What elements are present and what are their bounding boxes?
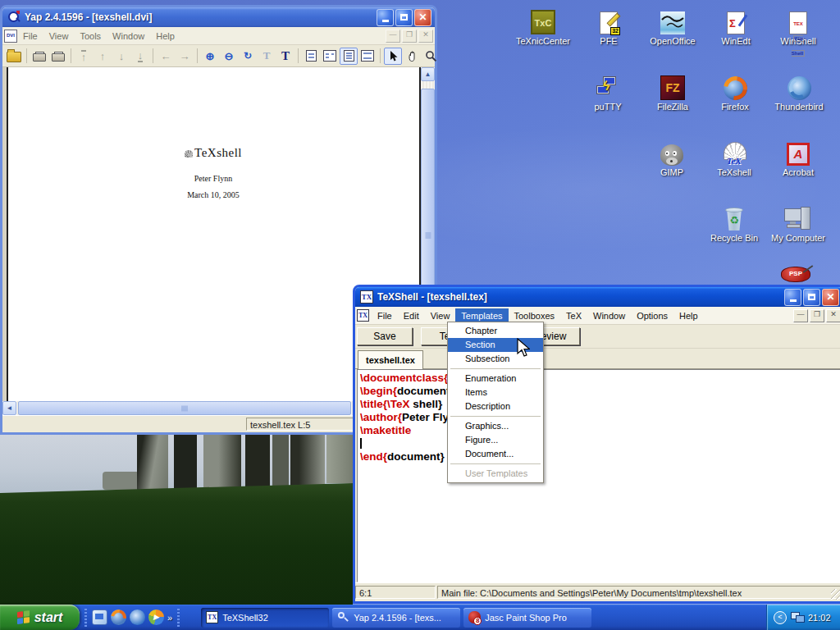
desktop-icon-firefox[interactable]: Firefox [702, 72, 768, 112]
forward-icon[interactable]: → [176, 48, 194, 65]
texshell-maximize-button[interactable] [803, 289, 820, 306]
texshell-icon: TeX [701, 138, 767, 166]
firefox-icon[interactable] [111, 609, 126, 625]
yap-minimize-button[interactable] [377, 9, 394, 26]
texshell-menu-edit[interactable]: Edit [398, 308, 425, 323]
page-up-icon[interactable]: ↑ [94, 48, 112, 65]
menu-item-enumeration[interactable]: Enumeration [448, 372, 543, 386]
page-first-icon[interactable]: ↑ [75, 48, 93, 65]
desktop-icon-thunderbird[interactable]: Thunderbird [766, 72, 832, 112]
yap-menu-window[interactable]: Window [107, 29, 150, 43]
yap-app-icon [7, 11, 21, 24]
back-icon[interactable]: ← [157, 48, 175, 65]
yap-menu-tools[interactable]: Tools [74, 29, 107, 43]
desktop-icon-recyclebin[interactable]: ♻Recycle Bin [701, 203, 767, 243]
print-copy-icon[interactable] [49, 48, 67, 65]
hand-icon[interactable] [403, 48, 421, 65]
yap-toolbar: ↑↑↓↓←→⊕⊖↻TT [2, 45, 435, 67]
pointer-icon[interactable] [384, 48, 402, 65]
page-down-icon[interactable]: ↓ [112, 48, 130, 65]
refresh-icon[interactable]: ↻ [239, 48, 257, 65]
menu-item-graphics[interactable]: Graphics... [448, 419, 543, 433]
yap-menu-file[interactable]: File [17, 29, 43, 43]
view-single-icon[interactable] [302, 48, 320, 65]
magnifier-icon[interactable] [422, 48, 440, 65]
text-outline-icon[interactable]: T [258, 48, 276, 65]
texshell-close-button[interactable]: ✕ [822, 289, 839, 306]
text-bold-icon[interactable]: T [276, 48, 294, 65]
yap-mdi-close-button[interactable]: ✕ [418, 30, 433, 43]
start-button[interactable]: start [0, 605, 80, 630]
texshell-menu-options[interactable]: Options [631, 308, 673, 323]
latex-code-editor[interactable]: \documentclass{a\begin{document}\title{\… [357, 369, 840, 582]
desktop-icon-pfe[interactable]: 32PFE [576, 7, 641, 46]
menu-separator [450, 368, 541, 369]
tray-collapse-chevron[interactable]: < [774, 611, 787, 624]
media-player-icon[interactable]: ▶ [148, 609, 164, 625]
zoom-out-icon[interactable]: ⊖ [220, 48, 238, 65]
texshell-menu-file[interactable]: File [372, 308, 398, 323]
desktop-icon-acrobat[interactable]: AAcrobat [765, 138, 831, 177]
resize-grip[interactable] [831, 589, 840, 600]
yap-close-button[interactable]: ✕ [414, 9, 431, 26]
texshell-minimize-button[interactable] [784, 289, 801, 306]
page-last-icon[interactable]: ↓ [131, 48, 149, 65]
zoom-in-icon[interactable]: ⊕ [201, 48, 219, 65]
view-continuous-icon[interactable] [340, 48, 358, 65]
menu-item-description[interactable]: Description [448, 399, 543, 413]
scroll-up-button[interactable]: ▲ [421, 67, 435, 81]
desktop-icon-gimp[interactable]: GIMP [639, 138, 705, 177]
network-tray-icon[interactable] [791, 612, 804, 623]
desktop-icon-paint-shop-pro[interactable]: PSP [781, 267, 814, 285]
save-button[interactable]: Save [357, 327, 413, 345]
scroll-thumb[interactable] [18, 401, 351, 415]
texshell-menu-toolboxes[interactable]: Toolboxes [509, 308, 561, 323]
desktop-icon-openoffice[interactable]: OpenOffice [640, 7, 705, 46]
show-desktop-icon[interactable] [92, 609, 107, 625]
toolbar-drag-handle[interactable] [84, 609, 87, 627]
texshell-mdi-minimize-button[interactable]: — [793, 309, 808, 322]
print-icon[interactable] [30, 48, 48, 65]
wallpaper-stonehenge-photo [0, 431, 353, 605]
taskbar-task-psp[interactable]: 8Jasc Paint Shop Pro [463, 608, 591, 628]
texshell-menu-tex[interactable]: TeX [560, 308, 587, 323]
open-icon[interactable] [5, 48, 23, 65]
texshell-mdi-close-button[interactable]: ✕ [826, 309, 840, 322]
taskbar-task-texshell[interactable]: TXTeXShell32 [201, 608, 329, 628]
yap-menu-view[interactable]: View [43, 29, 75, 43]
scroll-left-button[interactable]: ◄ [2, 401, 16, 415]
texshell-titlebar[interactable]: TX TeXShell - [texshell.tex] ✕ [355, 287, 840, 307]
texshell-menu-templates[interactable]: Templates [455, 308, 508, 323]
tab-texshell-tex[interactable]: texshell.tex [358, 350, 423, 369]
desktop-icon-winshell[interactable]: TEXWinShellWinShell [765, 7, 831, 46]
yap-titlebar[interactable]: Yap 2.4.1596 - [texshell.dvi] ✕ [2, 7, 435, 27]
thunderbird-icon[interactable] [130, 609, 145, 625]
view-double-icon[interactable] [321, 48, 339, 65]
desktop-icon-filezilla[interactable]: FZFileZilla [640, 72, 705, 112]
texshell-menu-view[interactable]: View [425, 308, 456, 323]
desktop-icon-putty[interactable]: ϟpuTTY [575, 72, 641, 112]
taskbar-task-yap[interactable]: Yap 2.4.1596 - [texs... [332, 608, 460, 628]
stone [245, 431, 270, 488]
texshell-menu-window[interactable]: Window [587, 308, 631, 323]
texshell-mdi-restore-button[interactable]: ❐ [810, 309, 824, 322]
desktop-icon-winedt[interactable]: ΣWinEdt [703, 7, 769, 46]
menu-item-document[interactable]: Document... [448, 447, 543, 461]
menu-item-figure[interactable]: Figure... [448, 433, 543, 447]
view-facing-icon[interactable] [358, 48, 377, 65]
texshell-menu-help[interactable]: Help [673, 308, 704, 323]
yap-maximize-button[interactable] [395, 9, 413, 26]
texniccenter-icon: TxC [510, 7, 576, 34]
desktop-icon-mycomputer[interactable]: My Computer [765, 203, 831, 243]
menu-item-items[interactable]: Items [448, 386, 543, 399]
yap-mdi-minimize-button[interactable]: — [386, 30, 400, 43]
quick-launch-overflow-chevron[interactable]: » [167, 613, 172, 623]
yap-mdi-restore-button[interactable]: ❐ [402, 30, 417, 43]
desktop-icon-texniccenter[interactable]: TxCTeXnicCenter [510, 7, 576, 46]
yap-menu-help[interactable]: Help [150, 29, 180, 43]
desktop-icon-label: FileZilla [640, 102, 705, 112]
desktop-icon-texshell[interactable]: TeXTeXshell [701, 138, 767, 177]
shell-logo-icon [185, 150, 193, 158]
toolbar-drag-handle[interactable] [177, 609, 180, 627]
menu-item-chapter[interactable]: Chapter [448, 324, 543, 338]
